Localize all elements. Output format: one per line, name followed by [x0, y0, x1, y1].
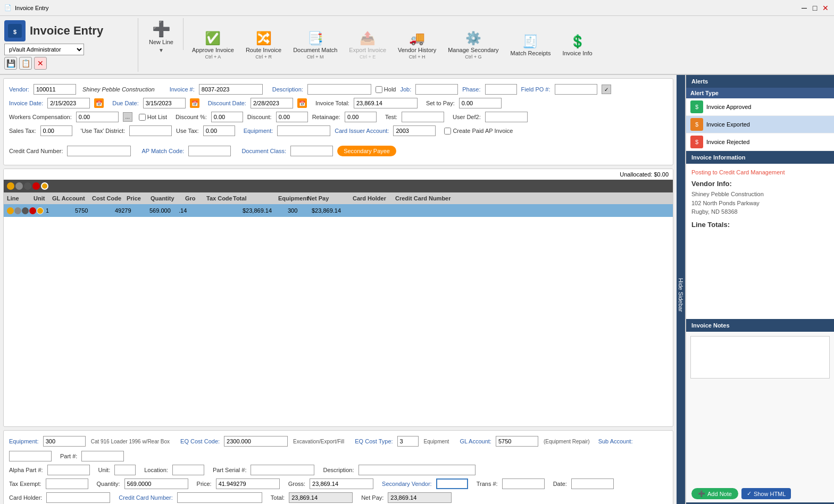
alerts-section-header: Alerts — [686, 75, 834, 88]
posting-text: Posting to Credit Card Management — [691, 169, 829, 175]
phase-input[interactable] — [485, 84, 517, 95]
hold-checkbox[interactable] — [376, 86, 382, 93]
ld-unit-input[interactable] — [114, 465, 136, 475]
equipment-input[interactable] — [277, 125, 330, 136]
svg-text:$: $ — [695, 104, 698, 110]
workers-comp-input[interactable] — [76, 112, 119, 122]
col-netpay: Net Pay — [307, 195, 353, 201]
ld-tax-exempt-input[interactable] — [46, 478, 88, 489]
set-to-pay-input[interactable] — [459, 98, 502, 108]
vendor-input[interactable] — [34, 84, 76, 95]
hide-sidebar-tab[interactable]: Hide Sidebar — [677, 75, 685, 504]
line-totals-title: Line Totals: — [691, 221, 829, 229]
match-receipts-button[interactable]: 🧾 Match Receipts — [505, 18, 556, 72]
ld-location-label: Location: — [144, 467, 168, 473]
discount-date-input[interactable] — [251, 98, 293, 108]
add-note-button[interactable]: ➕ Add Note — [691, 488, 738, 499]
use-tax-input[interactable] — [203, 125, 235, 136]
ld-equipment-input[interactable] — [43, 436, 86, 447]
ld-description-input[interactable] — [358, 465, 476, 475]
row-costcode: 49279 — [115, 207, 149, 214]
ld-quantity-input[interactable] — [124, 478, 188, 489]
ld-location-input[interactable] — [172, 465, 204, 475]
ld-price-label: Price: — [197, 481, 212, 487]
maximize-button[interactable]: □ — [811, 4, 819, 12]
user-def2-input[interactable] — [485, 112, 528, 122]
card-issuer-account-input[interactable] — [393, 125, 436, 136]
discount-pct-input[interactable] — [211, 112, 243, 122]
ld-credit-card-input[interactable] — [177, 492, 262, 503]
ap-match-code-input[interactable] — [188, 146, 231, 156]
vendor-history-button[interactable]: 🚚 Vendor History Ctrl + H — [393, 18, 441, 72]
ld-card-holder-input[interactable] — [46, 492, 110, 503]
due-date-cal-button[interactable]: 📅 — [190, 98, 199, 108]
ld-eq-cost-type-input[interactable] — [397, 436, 419, 447]
export-invoice-button[interactable]: 📤 Export Invoice Ctrl + E — [344, 18, 391, 72]
credit-card-input[interactable] — [67, 146, 131, 156]
approve-invoice-button[interactable]: ✅ Approve Invoice Ctrl + A — [187, 18, 239, 72]
test-input[interactable] — [402, 112, 444, 122]
grid-icon-3[interactable] — [24, 182, 31, 190]
retainage-input[interactable] — [345, 112, 377, 122]
row-icon-4 — [29, 207, 36, 214]
ld-part-num-input[interactable] — [81, 451, 124, 461]
close-button[interactable]: ✕ — [821, 4, 830, 12]
sales-tax-input[interactable] — [40, 125, 72, 136]
invoice-date-cal-button[interactable]: 📅 — [94, 98, 104, 108]
alert-row-rejected[interactable]: $ Invoice Rejected — [686, 133, 834, 151]
create-paid-ap-checkbox[interactable] — [444, 128, 451, 135]
ld-date-input[interactable] — [571, 478, 614, 489]
ld-secondary-vendor-input[interactable] — [436, 478, 468, 489]
alert-row-approved[interactable]: $ Invoice Approved — [686, 98, 834, 116]
new-line-button[interactable]: ➕ New Line — [143, 18, 180, 47]
ld-sub-account-label: Sub Account: — [598, 438, 633, 444]
table-row[interactable]: 1 5750 49279 569.000 .14 $23,869.14 300 … — [4, 204, 673, 217]
grid-icon-2[interactable] — [15, 182, 23, 190]
discount-input[interactable] — [276, 112, 308, 122]
ld-sub-account-input[interactable] — [9, 451, 52, 461]
field-po-input[interactable] — [555, 84, 597, 95]
grid-icon-4[interactable] — [32, 182, 40, 190]
document-class-input[interactable] — [290, 146, 333, 156]
copy-button[interactable]: 📋 — [19, 57, 32, 70]
grid-icon-5[interactable] — [41, 182, 48, 190]
invoice-num-input[interactable] — [199, 84, 263, 95]
secondary-payee-button[interactable]: Secondary Payee — [337, 146, 396, 156]
invoice-info-content: Posting to Credit Card Management Vendor… — [686, 164, 834, 319]
manage-secondary-button[interactable]: ⚙️ Manage Secondary Ctrl + G — [443, 18, 504, 72]
invoice-date-input[interactable] — [47, 98, 90, 108]
route-invoice-button[interactable]: 🔀 Route Invoice Ctrl + R — [240, 18, 287, 72]
ld-gl-account-input[interactable] — [496, 436, 538, 447]
discount-date-cal-button[interactable]: 📅 — [297, 98, 307, 108]
description-input[interactable] — [307, 84, 371, 95]
row-glaccount: 5750 — [75, 207, 115, 214]
show-html-button[interactable]: ✓ Show HTML — [741, 488, 791, 499]
hot-list-checkbox[interactable] — [139, 114, 146, 121]
ld-price-input[interactable] — [216, 478, 280, 489]
field-po-lookup-button[interactable]: ✓ — [602, 85, 611, 94]
vendor-label[interactable]: Vendor: — [9, 86, 29, 93]
alert-row-exported[interactable]: $ Invoice Exported — [686, 116, 834, 133]
use-tax-district-input[interactable] — [129, 125, 172, 136]
document-match-button[interactable]: 📑 Document Match Ctrl + M — [288, 18, 343, 72]
delete-button[interactable]: ✕ — [34, 57, 47, 70]
ld-alpha-part-input[interactable] — [47, 465, 90, 475]
invoice-total-label: Invoice Total: — [315, 100, 349, 106]
invoice-total-input[interactable] — [354, 98, 418, 108]
workers-comp-button[interactable]: … — [123, 112, 132, 122]
due-date-input[interactable] — [143, 98, 186, 108]
new-line-dropdown-arrow[interactable]: ▼ — [159, 47, 164, 53]
title-bar: 📄 Invoice Entry ─ □ ✕ — [0, 0, 834, 16]
save-button[interactable]: 💾 — [4, 57, 17, 70]
user-dropdown[interactable]: pVault Administrator — [4, 44, 84, 55]
job-input[interactable] — [415, 84, 458, 95]
ld-part-serial-input[interactable] — [251, 465, 314, 475]
grid-icon-1[interactable] — [7, 182, 14, 190]
ld-net-pay-label: Net Pay: — [361, 494, 383, 501]
invoice-info-button[interactable]: 💲 Invoice Info — [557, 18, 597, 72]
ld-eq-cost-code-input[interactable] — [224, 436, 288, 447]
unallocated-text: Unallocated: $0.00 — [620, 171, 669, 178]
ld-gross-input[interactable] — [310, 478, 373, 489]
ld-trans-num-input[interactable] — [502, 478, 545, 489]
minimize-button[interactable]: ─ — [800, 4, 808, 12]
